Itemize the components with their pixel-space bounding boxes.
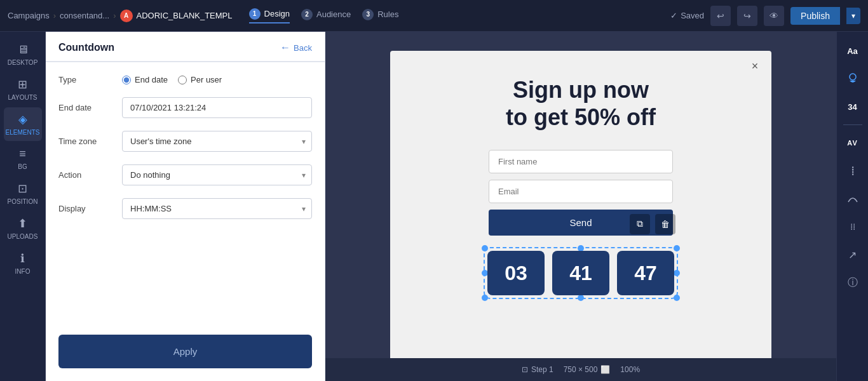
popup-modal: × Sign up nowto get 50% off Send ⧉ 🗑 [390,51,771,362]
dimensions-indicator: 750 × 500 ⬜ [564,365,611,374]
arrow-tool-button[interactable]: ↗ [840,242,865,267]
end-date-wrap [122,97,312,118]
zoom-indicator: 100% [620,365,640,374]
publish-dropdown-button[interactable]: ▾ [846,8,860,24]
timezone-select[interactable]: User's time zone UTC GMT [122,131,312,152]
sidebar-item-layouts[interactable]: ⊞ LAYOUTS [4,72,42,106]
sidebar-item-elements[interactable]: ◈ ELEMENTS [4,107,42,141]
popup-close-button[interactable]: × [747,58,763,74]
countdown-tile-seconds: 47 [617,251,674,295]
account-link[interactable]: consentand... [60,11,109,20]
action-label: Action [58,170,116,180]
end-date-radio[interactable] [122,76,131,84]
timezone-row: Time zone User's time zone UTC GMT ▾ [58,131,312,152]
handle-top-right[interactable] [674,245,680,251]
handle-bottom-left[interactable] [482,295,488,301]
curve-tool-button[interactable] [840,186,865,211]
type-row: Type End date Per user [58,75,312,84]
step-label: Step 1 [531,365,553,374]
per-user-radio[interactable] [178,76,187,84]
step-audience[interactable]: 2 Audience [301,9,351,23]
step-design[interactable]: 1 Design [249,8,290,23]
handle-mid-right[interactable] [674,270,680,276]
sidebar-item-info[interactable]: ℹ INFO [4,246,42,280]
elements-icon: ◈ [18,112,27,126]
countdown-selection-container: 03 41 47 [487,251,674,295]
desktop-icon: 🖥 [17,43,29,57]
canvas-area: × Sign up nowto get 50% off Send ⧉ 🗑 [325,32,836,381]
minutes-value: 41 [569,262,592,285]
step-rules[interactable]: 3 Rules [362,9,398,23]
sidebar-item-desktop[interactable]: 🖥 DESKTOP [4,38,42,71]
panel-body: Type End date Per user End date [46,62,325,328]
sidebar-item-uploads[interactable]: ⬆ UPLOADS [4,211,42,245]
timezone-wrap: User's time zone UTC GMT ▾ [122,131,312,152]
per-user-option[interactable]: Per user [178,75,222,84]
delete-button[interactable]: 🗑 [655,214,675,234]
end-date-option[interactable]: End date [122,75,168,84]
apply-button[interactable]: Apply [58,335,312,368]
right-divider-1 [843,124,862,125]
countdown-wrap: 03 41 47 [487,251,674,295]
position-label: POSITION [8,198,38,205]
type-label: Type [58,75,116,84]
display-select[interactable]: HH:MM:SS DD:HH:MM:SS MM:SS [122,198,312,219]
back-label: Back [294,43,312,53]
display-row: Display HH:MM:SS DD:HH:MM:SS MM:SS ▾ [58,198,312,219]
font-style-button[interactable]: AV [840,130,865,156]
frame-icon: ⬜ [600,365,610,374]
sidebar-item-bg[interactable]: ≡ BG [4,142,42,175]
svg-point-0 [850,74,856,80]
color-tool-button[interactable] [840,66,865,91]
saved-label: Saved [681,11,704,20]
publish-button[interactable]: Publish [790,7,840,25]
campaigns-link[interactable]: Campaigns [8,11,50,20]
preview-button[interactable]: 👁 [764,6,784,26]
info-tool-button[interactable]: ⓘ [840,270,865,295]
action-wrap: Do nothing Hide Redirect ▾ [122,164,312,185]
end-date-label: End date [135,75,168,84]
color-icon [847,73,858,84]
uploads-label: UPLOADS [8,233,38,240]
handle-bottom-middle[interactable] [578,295,584,301]
step-3-label: Rules [377,10,398,19]
firstname-input[interactable] [489,150,673,173]
step-indicator: ⊡ Step 1 [522,365,553,374]
zoom-value: 100% [620,365,640,374]
step-1-label: Design [264,9,290,18]
position-icon: ⊡ [18,182,27,196]
end-date-field-label: End date [58,103,116,112]
dimensions-value: 750 × 500 [564,365,598,374]
elements-label: ELEMENTS [6,129,40,136]
back-button[interactable]: ← Back [280,42,312,53]
text-tool-button[interactable]: Aa [840,38,865,64]
email-input[interactable] [489,180,673,203]
back-arrow-icon: ← [280,42,290,53]
per-user-label: Per user [191,75,222,84]
sidebar-item-position[interactable]: ⊡ POSITION [4,177,42,210]
end-date-input[interactable] [122,97,312,118]
layers-button[interactable]: ⧉ [630,214,650,234]
handle-bottom-right[interactable] [674,295,680,301]
check-icon: ✓ [670,11,677,20]
countdown-tiles: 03 41 47 [487,251,674,295]
action-select[interactable]: Do nothing Hide Redirect [122,164,312,185]
layouts-label: LAYOUTS [8,94,37,101]
grid-tool-button[interactable]: ⁞⁞ [840,214,865,239]
redo-button[interactable]: ↪ [737,6,757,26]
step-2-num: 2 [301,9,313,20]
pattern-tool-button[interactable]: ⁞ [840,158,865,184]
page-name: ADORIC_BLANK_TEMPL [137,11,233,20]
popup-content: Sign up nowto get 50% off Send ⧉ 🗑 [390,51,771,362]
end-date-row: End date [58,97,312,118]
breadcrumb-sep-1: › [53,11,56,20]
step-1-num: 1 [249,8,261,20]
copy-icon: ⊡ [522,365,528,374]
bg-icon: ≡ [19,147,26,161]
font-size-button[interactable]: 34 [840,94,865,119]
undo-button[interactable]: ↩ [710,6,731,26]
breadcrumb: Campaigns › consentand... › A ADORIC_BLA… [8,8,665,23]
timezone-label: Time zone [58,137,116,146]
step-2-label: Audience [316,10,351,19]
top-navigation: Campaigns › consentand... › A ADORIC_BLA… [0,0,868,32]
